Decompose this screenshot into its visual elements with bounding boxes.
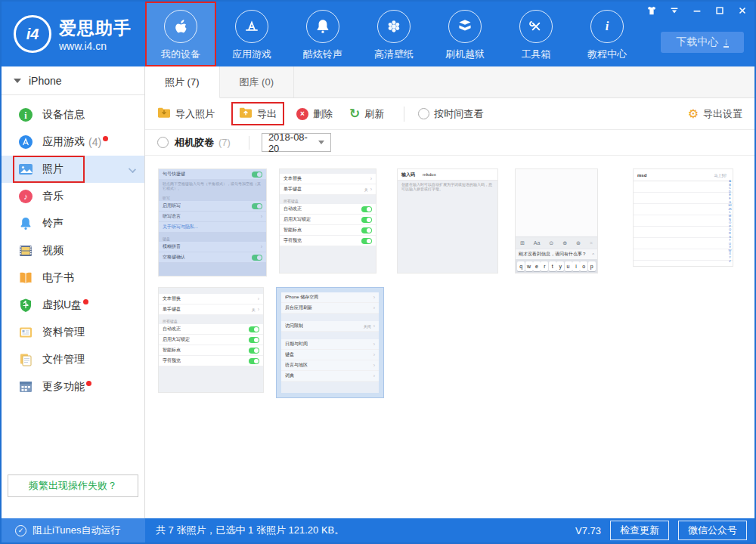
ios-gap <box>281 314 379 321</box>
export-button[interactable]: 导出 <box>231 102 284 125</box>
sidebar-item-label: 设备信息 <box>42 108 85 122</box>
sidebar-item-videos[interactable]: 视频 <box>2 237 144 264</box>
ios-row: 关于听写与隐私... <box>159 222 266 233</box>
photo-thumbnail-7-selected[interactable]: iPhone 储存空间 后台应用刷新 访问限制关闭 日期与时间 键盘 语言与地区… <box>276 287 384 398</box>
nav-jailbreak[interactable]: 刷机越狱 <box>429 2 500 66</box>
ios-row: 日期与时间 <box>281 339 379 350</box>
wechat-account-button[interactable]: 微信公众号 <box>678 521 747 540</box>
photo-thumbnail-1[interactable]: 句号快捷键 轻点两下空格键输入句号（半角模式），或句号加空格（其它模式）。 听写… <box>158 168 267 277</box>
compass-icon: ⊛ <box>576 240 581 246</box>
nav-ringtones[interactable]: 酷炫铃声 <box>287 2 358 66</box>
nav-wallpapers[interactable]: 高清壁纸 <box>358 2 429 66</box>
chevron-right-icon <box>373 363 375 368</box>
tab-photos[interactable]: 照片 (7) <box>145 66 220 98</box>
apps-badge-count: (4) <box>88 136 101 148</box>
photo-thumbnail-5[interactable]: msd 马上到! ABCDEFGHIJKLMNOPQRSTUVWXYZ <box>633 168 733 267</box>
sidebar-item-device-info[interactable]: i 设备信息 <box>2 101 144 128</box>
nav-my-device[interactable]: 我的设备 <box>145 2 216 66</box>
camera-roll-radio[interactable] <box>157 137 169 148</box>
nav-label: 酷炫铃声 <box>303 48 342 61</box>
nav-tutorials[interactable]: i 教程中心 <box>572 2 643 66</box>
chevron-right-icon <box>261 244 262 249</box>
minimize-icon[interactable] <box>691 5 703 17</box>
ios-row: 键盘 <box>281 350 379 360</box>
sidebar-item-photos[interactable]: 照片 <box>2 156 144 183</box>
ios-section: 听写 <box>159 192 266 201</box>
sidebar-item-ringtones[interactable]: 铃声 <box>2 210 144 237</box>
ebook-icon <box>18 270 33 286</box>
view-by-time-radio[interactable]: 按时间查看 <box>418 107 483 121</box>
sidebar-item-data-management[interactable]: 资料管理 <box>2 319 144 346</box>
maximize-icon[interactable] <box>714 5 726 17</box>
device-header[interactable]: iPhone <box>2 66 144 95</box>
main-nav: 我的设备 应用游戏 酷炫铃声 高清壁纸 <box>145 2 643 66</box>
data-card-icon <box>18 325 33 340</box>
ios-row: 访问限制关闭 <box>281 321 379 332</box>
ios-row: 后台应用刷新 <box>281 303 379 314</box>
sidebar-item-label: 虚拟U盘 <box>42 298 82 312</box>
tray-menu-icon[interactable] <box>668 5 680 17</box>
gear-icon <box>688 108 699 120</box>
nav-toolbox[interactable]: 工具箱 <box>500 2 572 66</box>
photo-thumbnail-3[interactable]: 输入码 mkdox 创建在输入时可以自动扩展为字词或短语的输入码，您可以输入拼音… <box>397 168 498 274</box>
refresh-button[interactable]: 刷新 <box>349 107 384 121</box>
sidebar-item-label: 更多功能 <box>42 380 85 394</box>
export-settings-button[interactable]: 导出设置 <box>688 107 742 121</box>
sidebar-item-more-functions[interactable]: 更多功能 <box>2 373 144 400</box>
sidebar-item-label: 应用游戏 <box>42 135 85 149</box>
nav-apps-games[interactable]: 应用游戏 <box>216 2 287 66</box>
tab-gallery[interactable]: 图库 (0) <box>220 66 295 97</box>
chevron-right-icon <box>373 342 375 347</box>
ios-row: 字符预览 <box>159 356 263 366</box>
sidebar-item-ebooks[interactable]: 电子书 <box>2 264 144 292</box>
ios-row: 语言与地区 <box>281 360 379 371</box>
ios-row: 自动改正 <box>280 204 376 215</box>
ios-section: 所有键盘 <box>280 195 376 204</box>
photo-thumbnail-2[interactable]: 文本替换 单手键盘关 所有键盘 自动改正 启用大写锁定 智能标点 字符预览 <box>279 168 376 274</box>
block-itunes-toggle[interactable]: 阻止iTunes自动运行 <box>2 518 145 542</box>
app-title: 爱思助手 <box>59 17 132 40</box>
ios-section: 所有键盘 <box>159 315 263 324</box>
sidebar-item-apps-games[interactable]: 应用游戏 (4) <box>2 128 144 156</box>
chevron-right-icon <box>373 373 375 379</box>
import-photos-button[interactable]: 导入照片 <box>157 107 215 121</box>
chevron-right-icon <box>258 307 259 312</box>
sidebar-item-music[interactable]: ♪ 音乐 <box>2 183 144 210</box>
close-icon: × <box>590 240 593 246</box>
chevron-right-icon <box>373 323 375 329</box>
toggle-on-icon <box>249 358 259 364</box>
check-circle-icon <box>15 525 26 536</box>
list-line <box>634 227 733 238</box>
ios-row: 文本替换 <box>159 294 263 304</box>
nav-label: 教程中心 <box>587 48 627 61</box>
ios-row: 字符预览 <box>280 236 376 246</box>
date-dropdown[interactable]: 2018-08-20 <box>262 133 331 152</box>
app-window: i4 爱思助手 www.i4.cn 我的设备 应用游戏 <box>0 0 756 544</box>
sidebar-item-virtual-usb[interactable]: 虚拟U盘 <box>2 292 144 319</box>
photo-thumbnail-6[interactable]: 文本替换 单手键盘关 所有键盘 自动改正 启用大写锁定 智能标点 字符预览 <box>158 287 264 393</box>
keyboard-key-row: qwertyuiop <box>516 259 597 273</box>
delete-button[interactable]: 删除 <box>296 107 333 121</box>
toggle-on-icon <box>361 206 372 212</box>
download-center-button[interactable]: 下载中心 ↓ <box>661 32 744 53</box>
app-logo: i4 爱思助手 www.i4.cn <box>2 2 145 66</box>
chevron-down-icon[interactable] <box>129 165 136 173</box>
selection-summary: 共 7 张照片，已选中 1 张照片 121.20 KB。 <box>156 524 344 537</box>
operation-failure-help-button[interactable]: 频繁出现操作失败？ <box>8 474 138 497</box>
ios-row: msd 马上到! <box>634 169 733 181</box>
check-update-button[interactable]: 检查更新 <box>610 521 669 540</box>
logo-i4-icon: i4 <box>14 15 51 53</box>
skin-icon[interactable] <box>646 5 658 17</box>
more-grid-icon <box>18 379 33 394</box>
sidebar-item-label: 资料管理 <box>42 326 85 339</box>
download-center-label: 下载中心 <box>676 36 718 49</box>
photo-thumbnail-4[interactable]: ⊞Aa⊙⊕⊛× 刚才没看到信息，请问有什么事？ ^ qwertyuiop <box>515 168 598 274</box>
sidebar-item-file-management[interactable]: 文件管理 <box>2 346 144 373</box>
help-button-label: 频繁出现操作失败？ <box>29 479 117 493</box>
status-bar: 阻止iTunes自动运行 共 7 张照片，已选中 1 张照片 121.20 KB… <box>2 518 754 542</box>
header: i4 爱思助手 www.i4.cn 我的设备 应用游戏 <box>2 2 754 66</box>
toolbar-divider <box>404 107 404 122</box>
apps-games-icon <box>18 134 33 150</box>
close-icon[interactable] <box>736 5 748 17</box>
refresh-icon <box>349 107 360 120</box>
